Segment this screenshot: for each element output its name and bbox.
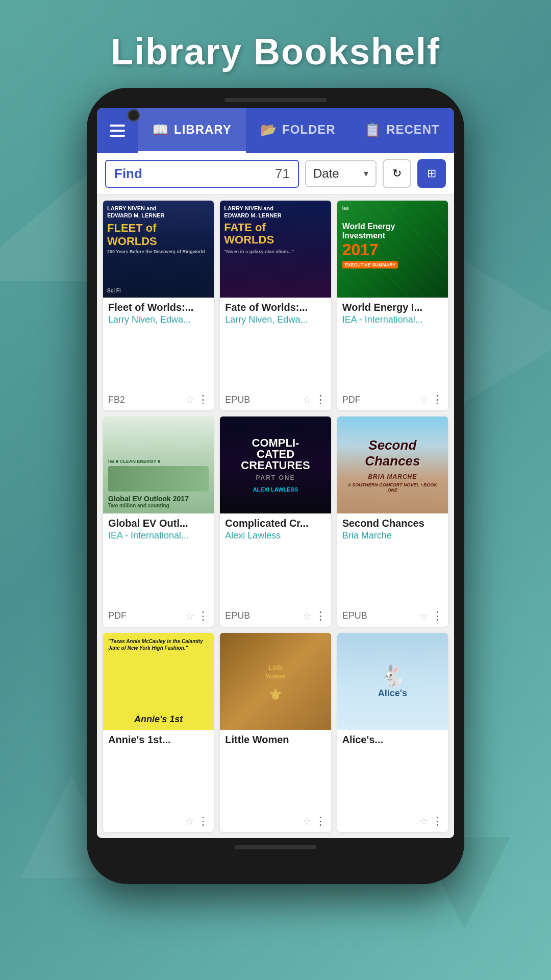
book-info: Little Women — [220, 730, 331, 813]
star-button[interactable]: ☆ — [185, 815, 194, 827]
star-button[interactable]: ☆ — [303, 815, 312, 827]
book-title: Annie's 1st... — [108, 734, 209, 746]
star-button[interactable]: ☆ — [185, 610, 194, 622]
list-item[interactable]: LARRY NIVEN andEDWARD M. LERNER FATE ofW… — [220, 201, 331, 410]
book-info: World Energy I... IEA - International... — [337, 298, 448, 391]
cover-sub: PART ONE — [256, 474, 295, 481]
cover-series: A SOUTHERN COMFORT NOVEL • BOOK ONE — [342, 482, 443, 493]
cover-review: "Niven in a galaxy-clan idiom..." — [224, 249, 294, 254]
cover-line2: Investment — [342, 231, 398, 240]
book-format: PDF — [342, 395, 419, 405]
speaker-bottom — [235, 845, 316, 849]
more-menu-button[interactable]: ⋮ — [315, 609, 326, 623]
more-menu-button[interactable]: ⋮ — [432, 609, 443, 623]
book-title: World Energy I... — [342, 302, 443, 313]
star-button[interactable]: ☆ — [185, 394, 194, 406]
refresh-icon: ↻ — [392, 167, 402, 180]
cover-genre: Sci Fi — [107, 288, 121, 293]
sort-label: Date — [313, 166, 339, 181]
book-footer: EPUB ☆ ⋮ — [220, 391, 331, 410]
cover-title: Alice's — [378, 688, 407, 699]
iea-logo: iea — [342, 206, 349, 211]
library-icon: 📖 — [152, 122, 169, 138]
book-author: Alexi Lawless — [225, 530, 325, 541]
book-format: EPUB — [225, 610, 302, 621]
book-footer: ☆ ⋮ — [220, 813, 331, 832]
book-author: Larry Niven, Edwa... — [108, 314, 209, 325]
list-item[interactable]: SecondChances BRIA MARCHE A SOUTHERN COM… — [337, 416, 448, 626]
more-menu-button[interactable]: ⋮ — [315, 815, 326, 828]
cover-title: Annie's 1st — [134, 714, 183, 725]
book-title: Complicated Cr... — [225, 518, 325, 529]
more-menu-button[interactable]: ⋮ — [315, 393, 326, 406]
tab-folder-label: FOLDER — [282, 122, 336, 137]
book-cover: iea World Energy Investment 2017 EXECUTI… — [337, 201, 448, 298]
book-cover: LARRY NIVEN andEDWARD M. LERNER FLEET of… — [103, 201, 214, 298]
list-item[interactable]: LARRY NIVEN andEDWARD M. LERNER FLEET of… — [103, 201, 214, 410]
book-cover: SecondChances BRIA MARCHE A SOUTHERN COM… — [337, 416, 448, 513]
star-button[interactable]: ☆ — [303, 394, 312, 406]
cover-authors: LARRY NIVEN andEDWARD M. LERNER — [107, 205, 164, 219]
book-info: Second Chances Bria Marche — [337, 513, 448, 607]
book-cover: "Texas Annie McCauley is the Calamity Ja… — [103, 633, 214, 730]
star-button[interactable]: ☆ — [303, 610, 312, 622]
list-item[interactable]: "Texas Annie McCauley is the Calamity Ja… — [103, 633, 214, 832]
chevron-down-icon: ▾ — [364, 168, 368, 179]
search-box[interactable]: Find 71 — [105, 160, 299, 188]
grid-icon: ⊞ — [427, 167, 436, 180]
book-count: 71 — [275, 166, 290, 182]
hamburger-icon — [110, 125, 125, 137]
book-title: Fleet of Worlds:... — [108, 302, 209, 313]
recent-icon: 📋 — [364, 122, 381, 138]
book-footer: EPUB ☆ ⋮ — [220, 607, 331, 627]
list-item[interactable]: 🐇 Alice's Alice's... ☆ ⋮ — [337, 633, 448, 832]
more-menu-button[interactable]: ⋮ — [432, 815, 443, 828]
book-format: PDF — [108, 610, 185, 621]
book-format: EPUB — [342, 610, 419, 621]
tab-folder[interactable]: 📂 FOLDER — [246, 108, 350, 153]
list-item[interactable]: LittleWomen ⚜ Little Women ☆ ⋮ — [220, 633, 331, 832]
tab-library-label: LIBRARY — [174, 122, 232, 137]
list-item[interactable]: iea World Energy Investment 2017 EXECUTI… — [337, 201, 448, 410]
more-menu-button[interactable]: ⋮ — [432, 393, 443, 406]
tab-library[interactable]: 📖 LIBRARY — [138, 108, 246, 153]
star-button[interactable]: ☆ — [419, 610, 429, 622]
book-author: IEA - International... — [342, 314, 443, 325]
page-title: Library Bookshelf — [111, 31, 440, 72]
book-format: EPUB — [225, 395, 302, 405]
book-footer: PDF ☆ ⋮ — [103, 607, 214, 627]
star-button[interactable]: ☆ — [419, 394, 429, 406]
speaker-top — [224, 98, 327, 102]
book-title: Alice's... — [342, 734, 443, 746]
front-camera — [128, 109, 140, 121]
folder-icon: 📂 — [260, 122, 277, 138]
book-author: Bria Marche — [342, 530, 443, 541]
book-footer: PDF ☆ ⋮ — [337, 391, 448, 410]
refresh-button[interactable]: ↻ — [383, 159, 411, 188]
sort-dropdown[interactable]: Date ▾ — [305, 160, 377, 187]
more-menu-button[interactable]: ⋮ — [197, 815, 209, 828]
book-cover: COMPLI-CATEDCREATURES PART ONE ALEXI LAW… — [220, 416, 331, 513]
list-item[interactable]: COMPLI-CATEDCREATURES PART ONE ALEXI LAW… — [220, 416, 331, 626]
cover-subtitle: 200 Years Before the Discovery of Ringwo… — [107, 249, 205, 254]
nav-bar: 📖 LIBRARY 📂 FOLDER 📋 RECENT — [97, 108, 454, 153]
book-author: IEA - International... — [108, 530, 209, 541]
book-info: Fate of Worlds:... Larry Niven, Edwa... — [220, 298, 331, 391]
cover-image: 🐇 — [380, 664, 405, 688]
list-item[interactable]: iea ■ CLEAN ENERGY ■ Global EV Outlook 2… — [103, 416, 214, 626]
cover-author: BRIA MARCHE — [368, 473, 417, 480]
tab-recent[interactable]: 📋 RECENT — [350, 108, 454, 153]
more-menu-button[interactable]: ⋮ — [197, 609, 209, 623]
cover-title-area: World Energy Investment 2017 EXECUTIVE S… — [342, 222, 398, 268]
book-info: Fleet of Worlds:... Larry Niven, Edwa... — [103, 298, 214, 391]
book-footer: ☆ ⋮ — [103, 813, 214, 832]
star-button[interactable]: ☆ — [419, 815, 429, 827]
cover-title: LittleWomen — [260, 658, 290, 686]
book-format: FB2 — [108, 395, 185, 405]
cover-image — [108, 466, 209, 492]
book-footer: ☆ ⋮ — [337, 813, 448, 832]
cover-author: ALEXI LAWLESS — [253, 486, 298, 493]
cover-year: 2017 — [342, 240, 398, 259]
more-menu-button[interactable]: ⋮ — [197, 393, 209, 406]
grid-view-button[interactable]: ⊞ — [417, 159, 446, 188]
